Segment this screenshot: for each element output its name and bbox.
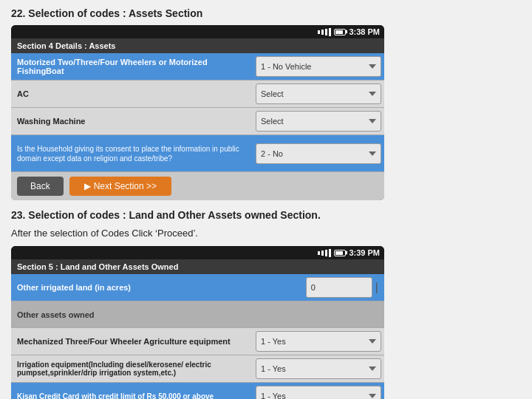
dropdown-irrigation[interactable]: 1 - Yes <box>256 358 381 379</box>
section-4-header: Section 4 Details : Assets <box>11 38 384 53</box>
phone-frame-2: 3:39 PM Section 5 : Land and Other Asset… <box>11 246 384 399</box>
arrow-washing <box>369 119 376 123</box>
cursor-icon: | <box>375 281 384 294</box>
arrow-irrigation <box>369 366 376 371</box>
battery-icon-2 <box>334 250 346 256</box>
value-consent: 2 - No <box>261 149 283 158</box>
form-row-other-assets: Other assets owned <box>11 301 384 328</box>
dropdown-motorized[interactable]: 1 - No Vehicle <box>256 56 381 77</box>
status-bar-2: 3:39 PM <box>11 246 384 259</box>
status-time-2: 3:39 PM <box>349 248 380 257</box>
value-motorized: 1 - No Vehicle <box>261 62 311 71</box>
dropdown-washing[interactable]: Select <box>256 111 381 132</box>
next-label: Next Section >> <box>94 181 157 191</box>
value-irrigation: 1 - Yes <box>261 364 286 373</box>
form-row-ac: AC Select <box>11 81 384 108</box>
form-row-kisan: Kisan Credit Card with credit limit of R… <box>11 383 384 399</box>
label-mechanized: Mechanized Three/Four Wheeler Agricultur… <box>11 332 253 350</box>
value-kisan: 1 - Yes <box>261 392 286 399</box>
label-ac: AC <box>11 85 253 103</box>
back-button-1[interactable]: Back <box>17 177 64 196</box>
section-5-header: Section 5 : Land and Other Assets Owned <box>11 259 384 274</box>
form-row-motorized: Motorized Two/Three/Four Wheelers or Mot… <box>11 53 384 81</box>
form-content-1: Motorized Two/Three/Four Wheelers or Mot… <box>11 53 384 200</box>
arrow-ac <box>369 92 376 96</box>
arrow-consent <box>369 151 376 156</box>
label-irrigated: Other irrigated land (in acres) <box>11 279 303 296</box>
input-irrigated[interactable] <box>306 277 372 298</box>
arrow-kisan <box>369 394 376 398</box>
battery-icon <box>334 29 346 35</box>
dropdown-kisan[interactable]: 1 - Yes <box>256 386 381 399</box>
label-consent: Is the Household giving its consent to p… <box>11 140 253 167</box>
form-row-washing: Washing Machine Select <box>11 108 384 135</box>
form-content-2: Other irrigated land (in acres) | Other … <box>11 274 384 399</box>
form-row-consent: Is the Household giving its consent to p… <box>11 135 384 172</box>
dropdown-ac[interactable]: Select <box>256 83 381 104</box>
value-washing: Select <box>261 117 284 126</box>
value-ac: Select <box>261 89 284 98</box>
form-row-irrigation: Irrigation equipment(Including diesel/ke… <box>11 355 384 383</box>
next-icon: ▶ <box>84 181 91 191</box>
label-kisan: Kisan Credit Card with credit limit of R… <box>11 388 253 399</box>
form-row-irrigated: Other irrigated land (in acres) | <box>11 274 384 301</box>
value-mechanized: 1 - Yes <box>261 337 286 346</box>
label-motorized: Motorized Two/Three/Four Wheelers or Mot… <box>11 53 253 80</box>
arrow-mechanized <box>369 339 376 344</box>
section-22-title: 22. Selection of codes : Assets Section <box>11 7 521 19</box>
next-section-button[interactable]: ▶ Next Section >> <box>69 177 171 196</box>
dropdown-consent[interactable]: 2 - No <box>256 143 381 164</box>
dropdown-mechanized[interactable]: 1 - Yes <box>256 331 381 352</box>
section-23-subtitle: After the selection of Codes Click ‘Proc… <box>11 227 521 240</box>
status-time-1: 3:38 PM <box>349 27 380 36</box>
signal-bars-2 <box>318 249 331 257</box>
label-washing: Washing Machine <box>11 112 253 130</box>
section-23-title: 23. Selection of codes : Land and Other … <box>11 209 521 221</box>
phone-frame-1: 3:38 PM Section 4 Details : Assets Motor… <box>11 25 384 200</box>
label-irrigation: Irrigation equipment(Including diesel/ke… <box>11 356 253 381</box>
signal-bars <box>318 28 331 36</box>
label-other-assets: Other assets owned <box>11 306 384 324</box>
form-row-mechanized: Mechanized Three/Four Wheeler Agricultur… <box>11 328 384 355</box>
status-bar-1: 3:38 PM <box>11 25 384 38</box>
arrow-motorized <box>369 64 376 69</box>
button-row-1: Back ▶ Next Section >> <box>11 172 384 200</box>
